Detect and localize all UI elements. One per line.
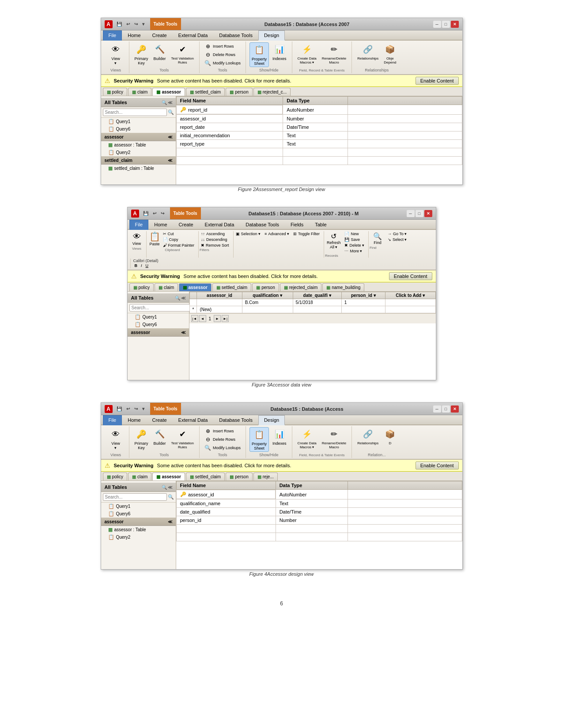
- tab-create-3[interactable]: Create: [173, 220, 199, 230]
- tab-home-4[interactable]: Home: [122, 415, 146, 425]
- tab-person-4[interactable]: ▦ person: [226, 473, 253, 480]
- tab-assessor-1[interactable]: ▦ assessor: [152, 88, 185, 96]
- property-sheet-btn-4[interactable]: 📋 PropertySheet: [249, 427, 269, 452]
- qual-val-1-3[interactable]: B.Com: [242, 299, 293, 306]
- tab-create-4[interactable]: Create: [147, 415, 173, 425]
- assessor-collapse-4[interactable]: ≪: [168, 519, 172, 524]
- assessor-id-val-1-3[interactable]: [197, 299, 242, 306]
- relationships-btn-4[interactable]: 🔗 Relationships: [355, 427, 380, 446]
- tab-policy-3[interactable]: ▦ policy: [129, 283, 154, 291]
- cell-date-qual-name-4[interactable]: date_qualified: [176, 508, 276, 516]
- tab-file-1[interactable]: File: [103, 30, 122, 41]
- tab-file-4[interactable]: File: [103, 415, 122, 425]
- undo-btn-3[interactable]: ↩: [151, 210, 158, 216]
- paste-btn-3[interactable]: 📋 Paste: [149, 231, 160, 248]
- dropdown-btn[interactable]: ▾: [141, 21, 146, 27]
- tab-policy-4[interactable]: ▦ policy: [103, 473, 128, 480]
- minimize-btn-4[interactable]: ─: [433, 405, 441, 413]
- insert-rows-btn-4[interactable]: ⊕ Insert Rows: [203, 427, 242, 435]
- indexes-btn-1[interactable]: 📊 Indexes: [271, 42, 288, 62]
- refresh-btn-3[interactable]: ↺ RefreshAll ▾: [325, 231, 343, 254]
- cut-btn-3[interactable]: ✂ Cut: [162, 231, 196, 236]
- descending-btn-3[interactable]: ↓↓ Descending: [200, 237, 230, 242]
- prev-record-btn-3[interactable]: ◄: [199, 315, 206, 322]
- delete-rows-btn-1[interactable]: ⊖ Delete Rows: [203, 51, 242, 59]
- modify-lookups-btn-1[interactable]: 🔍 Modify Lookups: [203, 59, 242, 67]
- sidebar-item-query1-1[interactable]: 📋 Query1: [101, 118, 176, 125]
- sidebar-collapse-ctrl-4[interactable]: ≪: [168, 485, 172, 490]
- tab-assessor-4[interactable]: ▦ assessor: [152, 473, 185, 480]
- delete-rows-btn-4[interactable]: ⊖ Delete Rows: [203, 435, 242, 443]
- tab-settled-3[interactable]: ▦ settled_claim: [212, 283, 251, 291]
- property-sheet-btn-1[interactable]: 📋 PropertySheet: [249, 42, 269, 67]
- object-depend-btn-4[interactable]: 📦 D: [382, 427, 398, 446]
- select-btn-3[interactable]: ↘ Select ▾: [386, 237, 408, 242]
- search-input-1[interactable]: [103, 109, 167, 116]
- advanced-btn-3[interactable]: ≡ Advanced ▾: [263, 231, 291, 236]
- tab-settled-4[interactable]: ▦ settled_claim: [186, 473, 225, 480]
- settled-collapse-1[interactable]: ≪: [168, 158, 172, 163]
- assessor-collapse-1[interactable]: ≪: [168, 135, 172, 139]
- create-macros-btn-4[interactable]: ⚡ Create DataMacros ▾: [296, 427, 318, 450]
- tab-design-1[interactable]: Design: [258, 30, 285, 41]
- test-validation-btn-4[interactable]: ✔ Test ValidationRules: [170, 427, 196, 450]
- format-btn-3[interactable]: 🖌 Format Painter: [162, 243, 196, 248]
- th-click-add-3[interactable]: Click to Add ▾: [385, 292, 435, 299]
- builder-btn-4[interactable]: 🔨 Builder: [152, 427, 168, 447]
- enable-content-btn-1[interactable]: Enable Content: [416, 77, 459, 85]
- new-person-3[interactable]: [341, 306, 385, 313]
- minimize-btn-3[interactable]: ─: [407, 210, 415, 217]
- tab-policy-1[interactable]: ▦ policy: [103, 88, 128, 96]
- save-btn-3[interactable]: 💾 Save: [343, 237, 366, 242]
- redo-btn[interactable]: ↪: [133, 21, 139, 27]
- cell-assessor_id-name-1[interactable]: assessor_id: [176, 115, 283, 123]
- sidebar-item-settled-table-1[interactable]: ▦ settled_claim : Table: [101, 165, 176, 172]
- cell-report_id-name-1[interactable]: 🔑 report_id: [176, 105, 283, 114]
- next-record-btn-3[interactable]: ►: [214, 315, 221, 322]
- undo-btn[interactable]: ↩: [125, 21, 131, 27]
- close-btn-1[interactable]: ✕: [451, 21, 459, 28]
- cell-report_date-name-1[interactable]: report_date: [176, 123, 283, 131]
- new-qual-3[interactable]: [242, 306, 293, 313]
- sidebar-collapse-ctrl-3[interactable]: ≪: [181, 296, 185, 300]
- tab-external-1[interactable]: External Data: [173, 30, 214, 41]
- settled-group-header-1[interactable]: settled_claim ≪: [101, 156, 176, 165]
- italic-btn-3[interactable]: I: [140, 263, 144, 268]
- test-validation-btn-1[interactable]: ✔ Test ValidationRules: [170, 42, 196, 65]
- view-btn-1[interactable]: 👁 View▾: [108, 42, 124, 66]
- copy-btn-3[interactable]: 📄 Copy: [162, 237, 196, 242]
- tab-person-1[interactable]: ▦ person: [226, 88, 253, 96]
- rename-delete-btn-4[interactable]: ✏ Rename/DeleteMacro: [320, 427, 348, 450]
- maximize-btn-4[interactable]: □: [442, 405, 450, 413]
- tab-dbtools-3[interactable]: Database Tools: [240, 220, 285, 230]
- tab-external-3[interactable]: External Data: [199, 220, 240, 230]
- underline-btn-3[interactable]: U: [144, 263, 150, 268]
- tab-rejected-3[interactable]: ▦ rejected_claim: [280, 283, 321, 291]
- save-quick-btn-4[interactable]: 💾: [115, 406, 123, 412]
- enable-content-btn-3[interactable]: Enable Content: [389, 272, 432, 280]
- primary-key-btn-1[interactable]: 🔑 PrimaryKey: [133, 42, 150, 66]
- undo-btn-4[interactable]: ↩: [125, 406, 131, 412]
- maximize-btn-3[interactable]: □: [416, 210, 423, 217]
- new-row-label-3[interactable]: (New): [197, 306, 242, 313]
- first-record-btn-3[interactable]: |◄: [191, 315, 198, 322]
- save-quick-btn[interactable]: 💾: [115, 21, 123, 27]
- cell-person-id-name-4[interactable]: person_id: [176, 516, 276, 525]
- assessor-group-header-1[interactable]: assessor ≪: [101, 133, 176, 141]
- builder-btn-1[interactable]: 🔨 Builder: [152, 42, 168, 62]
- dropdown-btn-4[interactable]: ▾: [141, 406, 146, 412]
- modify-lookups-btn-4[interactable]: 🔍 Modify Lookups: [203, 444, 242, 452]
- sidebar-search-ctrl-4[interactable]: 🔍: [162, 485, 167, 490]
- sidebar-item-query2-4[interactable]: 📋 Query2: [101, 533, 176, 541]
- goto-btn-3[interactable]: → Go To ▾: [386, 231, 408, 236]
- th-qualification-3[interactable]: qualification ▾: [242, 292, 293, 299]
- new-date-3[interactable]: [293, 306, 341, 313]
- th-date-qual-3[interactable]: date_qualifi ▾: [293, 292, 341, 299]
- sidebar-item-query2-1[interactable]: 📋 Query2: [101, 149, 176, 156]
- search-input-4[interactable]: [103, 493, 167, 501]
- primary-key-btn-4[interactable]: 🔑 PrimaryKey: [133, 427, 150, 451]
- assessor-collapse-3[interactable]: ≪: [181, 330, 185, 335]
- tab-home-3[interactable]: Home: [148, 220, 173, 230]
- sidebar-item-query6-4[interactable]: 📋 Query6: [101, 510, 176, 518]
- tab-rejected-1[interactable]: ▦ rejected_c...: [253, 88, 291, 96]
